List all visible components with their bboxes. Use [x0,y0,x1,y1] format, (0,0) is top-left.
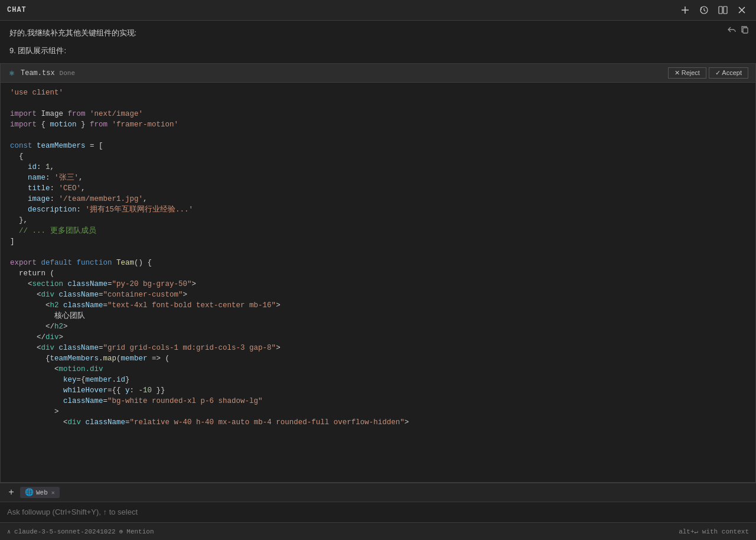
react-file-icon: ⚛ [8,69,16,77]
code-line: description: '拥有15年互联网行业经验...' [1,204,755,215]
code-line: import Image from 'next/image' [1,109,755,119]
file-name: Team.tsx [21,69,55,77]
code-block-title: ⚛ Team.tsx Done [8,69,75,77]
code-line: > [1,406,755,417]
code-line: </h2> [1,321,755,332]
code-line: 'use client' [1,87,755,98]
history-icon[interactable] [697,3,711,17]
code-line: ] [1,236,755,247]
code-line: id: 1, [1,162,755,173]
add-tab-button[interactable]: + [5,486,18,499]
code-block-header: ⚛ Team.tsx Done ✕ Reject ✓ Accept [0,63,756,82]
code-line: return ( [1,268,755,279]
code-line: { [1,151,755,162]
code-line: whileHover={{ y: -10 }} [1,385,755,396]
section-label: 9. 团队展示组件: [9,45,747,56]
web-icon: 🌐 [25,488,34,497]
code-line: <div className="grid grid-cols-1 md:grid… [1,343,755,353]
code-content[interactable]: 'use client' import Image from 'next/ima… [0,82,756,483]
done-badge: Done [60,70,75,77]
header: CHAT [0,0,756,21]
svg-rect-1 [719,6,722,14]
code-line: <section className="py-20 bg-gray-50"> [1,279,755,289]
code-line [1,98,755,109]
close-icon[interactable] [735,3,749,17]
code-line: import { motion } from 'framer-motion' [1,119,755,130]
code-line [1,247,755,258]
caret-icon: ∧ [7,528,11,535]
copy-icon[interactable] [741,25,749,36]
footer-left: ∧ claude-3-5-sonnet-20241022 ⊕ Mention [7,528,154,535]
code-line: <div className="relative w-40 h-40 mx-au… [1,417,755,428]
footer-right: alt+↵ with context [679,528,749,535]
chat-area: 好的,我继续补充其他关键组件的实现: 9. 团队展示组件: ⚛ Team.tsx… [0,21,756,483]
plus-icon[interactable] [678,3,692,17]
mention-label[interactable]: Mention [126,528,154,535]
code-line: <div className="container-custom"> [1,289,755,300]
header-actions [678,3,749,17]
footer: ∧ claude-3-5-sonnet-20241022 ⊕ Mention a… [0,522,756,540]
code-line: export default function Team() { [1,258,755,268]
reject-button[interactable]: ✕ Reject [668,67,706,79]
model-name[interactable]: claude-3-5-sonnet-20241022 [14,528,116,535]
input-area [0,502,756,522]
web-tab[interactable]: 🌐 Web ✕ [20,487,60,498]
code-line: <h2 className="text-4xl font-bold text-c… [1,300,755,311]
code-line [1,130,755,141]
message-actions [728,25,749,36]
at-icon: ⊕ [119,528,123,535]
tab-close-button[interactable]: ✕ [51,489,55,496]
reply-icon[interactable] [728,25,736,36]
split-icon[interactable] [716,3,730,17]
tab-label: Web [36,489,48,496]
bottom-tabs: + 🌐 Web ✕ [0,483,756,502]
code-line: // ... 更多团队成员 [1,226,755,236]
code-line: key={member.id} [1,375,755,385]
code-line: {teamMembers.map(member => ( [1,353,755,364]
intro-text: 好的,我继续补充其他关键组件的实现: [9,28,747,38]
code-line: name: '张三', [1,173,755,183]
code-line: </div> [1,332,755,343]
accept-button[interactable]: ✓ Accept [709,67,748,79]
code-line: 核心团队 [1,311,755,321]
code-actions: ✕ Reject ✓ Accept [668,67,748,79]
shortcut-hint: alt+↵ with context [679,528,749,535]
code-block-container: ⚛ Team.tsx Done ✕ Reject ✓ Accept 'use c… [0,63,756,483]
chat-input[interactable] [7,508,749,516]
code-line: <motion.div [1,364,755,375]
code-line: title: 'CEO', [1,183,755,194]
code-line: image: '/team/member1.jpg', [1,194,755,204]
svg-rect-2 [724,6,727,14]
code-line: const teamMembers = [ [1,141,755,151]
message-area: 好的,我继续补充其他关键组件的实现: 9. 团队展示组件: [0,21,756,63]
app-title: CHAT [7,6,27,14]
svg-rect-3 [743,28,748,33]
code-line: }, [1,215,755,226]
code-line: className="bg-white rounded-xl p-6 shado… [1,396,755,406]
